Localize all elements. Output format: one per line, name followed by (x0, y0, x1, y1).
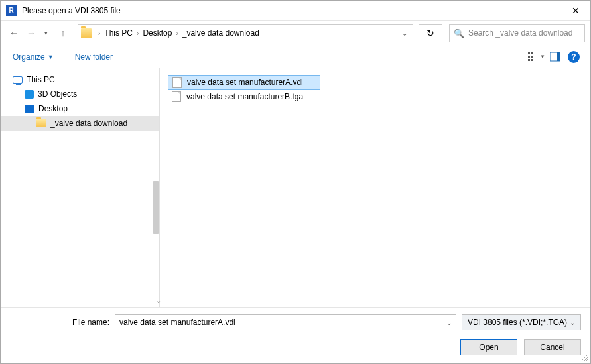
preview-pane-button[interactable] (547, 48, 564, 66)
svg-rect-0 (528, 52, 530, 54)
chevron-down-icon[interactable]: ⌄ (446, 319, 452, 326)
file-name: valve data set manufacturerB.tga (186, 92, 303, 101)
svg-rect-3 (531, 56, 533, 58)
3d-icon (25, 90, 34, 99)
chevron-right-icon: › (172, 30, 182, 37)
app-icon: R (6, 5, 17, 16)
tree-item-valve-data-download[interactable]: _valve data download (1, 116, 159, 131)
svg-rect-2 (528, 56, 530, 58)
filename-label: File name: (10, 318, 109, 327)
open-button[interactable]: Open (460, 339, 517, 355)
back-button[interactable]: ← (6, 25, 22, 41)
navbar: ← → ▾ ↑ › This PC › Desktop › _valve dat… (1, 21, 590, 46)
crumb-current[interactable]: _valve data download (182, 29, 259, 38)
address-dropdown[interactable]: ⌄ (397, 30, 413, 37)
desktop-icon (25, 105, 34, 113)
chevron-down-icon: ▼ (48, 54, 54, 60)
crumb-desktop[interactable]: Desktop (143, 29, 172, 38)
forward-button[interactable]: → (23, 25, 39, 41)
file-icon (172, 77, 182, 88)
recent-locations-button[interactable]: ▾ (38, 25, 54, 41)
tree-item-this-pc[interactable]: This PC (1, 72, 159, 87)
window-title: Please open a VDI 3805 file (22, 6, 560, 15)
chevron-right-icon: › (133, 30, 143, 37)
chevron-down-icon: ⌄ (570, 319, 575, 326)
file-type-filter[interactable]: VDI 3805 files (*.VDI;*.TGA) ⌄ (462, 314, 581, 330)
nav-tree: This PC 3D Objects Desktop _valve data d… (1, 68, 160, 307)
up-button[interactable]: ↑ (55, 25, 71, 41)
footer: File name: valve data set manufacturerA.… (1, 307, 590, 363)
body: This PC 3D Objects Desktop _valve data d… (1, 68, 590, 307)
tree-scrollbar[interactable] (153, 181, 159, 234)
svg-rect-7 (557, 52, 560, 61)
organize-menu[interactable]: Organize▼ (9, 50, 58, 64)
new-folder-button[interactable]: New folder (71, 50, 117, 64)
folder-icon (81, 28, 92, 38)
breadcrumb: › This PC › Desktop › _valve data downlo… (94, 29, 397, 38)
help-icon: ? (568, 51, 580, 63)
crumb-this-pc[interactable]: This PC (104, 29, 133, 38)
pc-icon (13, 76, 23, 84)
file-icon (172, 91, 181, 102)
tree-item-desktop[interactable]: Desktop (1, 101, 159, 116)
close-button[interactable]: ✕ (560, 1, 590, 21)
view-options-button[interactable]: ▼ (528, 48, 545, 66)
filename-input[interactable]: valve data set manufacturerA.vdi ⌄ (115, 314, 456, 330)
svg-rect-4 (528, 59, 530, 61)
chevron-right-icon: › (94, 30, 104, 37)
help-button[interactable]: ? (565, 48, 582, 66)
chevron-down-icon: ▼ (540, 54, 545, 60)
file-item[interactable]: valve data set manufacturerB.tga (168, 90, 320, 104)
search-input[interactable]: 🔍 Search _valve data download (449, 24, 585, 42)
chevron-down-icon[interactable]: ⌄ (156, 297, 161, 304)
svg-rect-1 (531, 52, 533, 54)
tree-item-3d-objects[interactable]: 3D Objects (1, 87, 159, 101)
address-bar[interactable]: › This PC › Desktop › _valve data downlo… (78, 24, 413, 42)
search-placeholder: Search _valve data download (468, 29, 572, 38)
toolbar: Organize▼ New folder ▼ ? (1, 46, 590, 68)
file-list[interactable]: valve data set manufacturerA.vdi valve d… (160, 68, 590, 307)
titlebar: R Please open a VDI 3805 file ✕ (1, 1, 590, 21)
svg-rect-5 (531, 59, 533, 61)
resize-grip[interactable] (580, 353, 588, 361)
refresh-button[interactable]: ↻ (419, 24, 442, 42)
cancel-button[interactable]: Cancel (524, 339, 581, 355)
file-item[interactable]: valve data set manufacturerA.vdi (168, 75, 320, 90)
folder-icon (36, 119, 46, 127)
search-icon: 🔍 (454, 29, 464, 38)
file-name: valve data set manufacturerA.vdi (187, 78, 303, 87)
